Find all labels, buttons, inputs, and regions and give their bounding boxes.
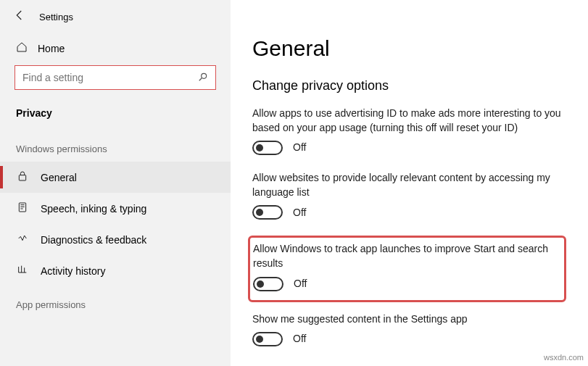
diagnostics-icon	[16, 233, 29, 246]
history-icon	[16, 264, 29, 278]
sidebar-item-general[interactable]: General	[0, 162, 231, 193]
main-content: General Change privacy options Allow app…	[231, 0, 588, 366]
search-input[interactable]	[22, 72, 198, 83]
option-suggested-content: Show me suggested content in the Setting…	[252, 312, 566, 347]
option-description: Allow apps to use advertising ID to make…	[252, 107, 566, 135]
toggle-state: Off	[293, 206, 306, 220]
option-description: Allow websites to provide locally releva…	[252, 171, 566, 199]
search-icon	[198, 72, 208, 84]
svg-rect-2	[19, 203, 25, 212]
toggle-track-app-launches[interactable]	[253, 277, 283, 291]
svg-point-0	[202, 73, 207, 78]
category-title: Privacy	[0, 100, 231, 130]
speech-icon	[16, 201, 29, 215]
option-language-list: Allow websites to provide locally releva…	[252, 171, 566, 220]
topbar: Settings	[0, 0, 231, 34]
toggle-state: Off	[294, 277, 307, 291]
sidebar-item-home[interactable]: Home	[0, 34, 231, 62]
svg-rect-1	[19, 175, 25, 180]
sidebar-item-diagnostics[interactable]: Diagnostics & feedback	[0, 224, 231, 255]
sidebar-item-label: Diagnostics & feedback	[41, 234, 146, 246]
lock-icon	[16, 170, 29, 184]
toggle-state: Off	[293, 141, 306, 155]
sidebar-item-label: General	[41, 172, 77, 183]
section-app-permissions: App permissions	[0, 286, 231, 317]
sidebar-item-label: Activity history	[41, 265, 105, 277]
sidebar-item-label: Speech, inking & typing	[41, 203, 146, 215]
page-subtitle: Change privacy options	[252, 78, 566, 93]
back-button[interactable]	[13, 9, 26, 25]
option-track-app-launches: Allow Windows to track app launches to i…	[253, 242, 557, 291]
watermark: wsxdn.com	[544, 353, 584, 362]
option-advertising-id: Allow apps to use advertising ID to make…	[252, 107, 566, 155]
app-title: Settings	[39, 12, 73, 22]
toggle-advertising-id[interactable]	[252, 141, 283, 155]
highlight-box: Allow Windows to track app launches to i…	[248, 236, 566, 301]
sidebar-item-speech[interactable]: Speech, inking & typing	[0, 193, 231, 224]
page-title: General	[252, 36, 566, 61]
home-icon	[16, 41, 28, 55]
sidebar: Settings Home Privacy Windows permission…	[0, 0, 231, 366]
home-label: Home	[38, 43, 65, 54]
search-box[interactable]	[15, 65, 216, 90]
toggle-state: Off	[293, 332, 306, 346]
toggle-language-list[interactable]	[252, 205, 283, 220]
toggle-suggested-content[interactable]	[252, 332, 283, 346]
section-windows-permissions: Windows permissions	[0, 130, 231, 162]
sidebar-item-activity-history[interactable]: Activity history	[0, 255, 231, 286]
option-description: Show me suggested content in the Setting…	[252, 312, 566, 327]
option-description: Allow Windows to track app launches to i…	[253, 242, 557, 270]
